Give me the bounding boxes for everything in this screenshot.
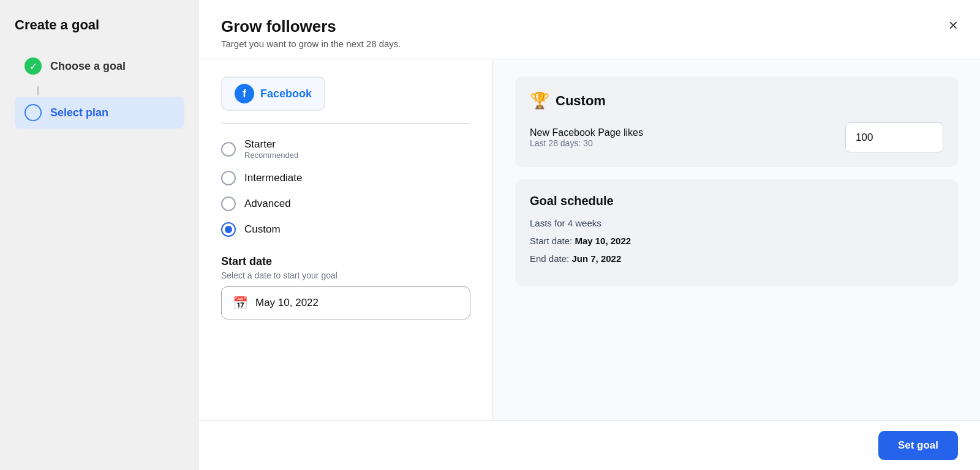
right-panel: 🏆 Custom New Facebook Page likes Last 28… xyxy=(493,59,980,420)
trophy-icon: 🏆 xyxy=(530,91,549,110)
end-date-value: Jun 7, 2022 xyxy=(571,253,621,264)
sidebar-item-label-choose-goal: Choose a goal xyxy=(50,60,126,73)
start-date-label-text: Start date: xyxy=(530,236,572,246)
page-title: Grow followers xyxy=(221,17,401,36)
sidebar-item-label-select-plan: Select plan xyxy=(50,106,108,119)
footer: Set goal xyxy=(199,420,980,470)
radio-circle-custom xyxy=(221,222,236,237)
start-date-sublabel: Select a date to start your goal xyxy=(221,270,470,280)
radio-label-advanced: Advanced xyxy=(244,198,291,210)
radio-item-intermediate[interactable]: Intermediate xyxy=(221,171,470,185)
date-value: May 10, 2022 xyxy=(255,297,318,309)
schedule-title: Goal schedule xyxy=(530,194,943,208)
radio-circle-advanced xyxy=(221,196,236,211)
radio-label-intermediate: Intermediate xyxy=(244,172,303,184)
custom-card: 🏆 Custom New Facebook Page likes Last 28… xyxy=(515,76,958,167)
sidebar-connector xyxy=(37,86,39,95)
facebook-button[interactable]: f Facebook xyxy=(221,76,325,111)
plan-radio-group: Starter Recommended Intermediate Advance… xyxy=(221,138,470,237)
radio-item-starter[interactable]: Starter Recommended xyxy=(221,138,470,160)
left-panel: f Facebook Starter Recommended In xyxy=(199,59,493,420)
check-icon: ✓ xyxy=(24,58,42,75)
number-input-field[interactable] xyxy=(846,124,943,151)
schedule-card: Goal schedule Lasts for 4 weeks Start da… xyxy=(515,179,958,286)
radio-circle-starter xyxy=(221,142,236,157)
radio-item-advanced[interactable]: Advanced xyxy=(221,196,470,211)
radio-item-custom[interactable]: Custom xyxy=(221,222,470,237)
sidebar-item-choose-goal[interactable]: ✓ Choose a goal xyxy=(15,50,184,82)
sidebar-item-select-plan[interactable]: Select plan xyxy=(15,97,184,129)
schedule-start: Start date: May 10, 2022 xyxy=(530,236,943,246)
radio-label-custom: Custom xyxy=(244,223,281,236)
header: Grow followers Target you want to grow i… xyxy=(199,0,980,59)
divider xyxy=(221,123,470,124)
content-area: f Facebook Starter Recommended In xyxy=(199,59,980,420)
custom-card-header: 🏆 Custom xyxy=(530,91,943,110)
sidebar-title: Create a goal xyxy=(15,17,184,33)
pending-icon xyxy=(24,104,42,121)
number-input[interactable]: ▲ ▼ xyxy=(845,122,943,152)
calendar-icon: 📅 xyxy=(233,296,248,310)
start-date-label: Start date xyxy=(221,255,470,268)
radio-circle-intermediate xyxy=(221,171,236,185)
end-date-label-text: End date: xyxy=(530,253,569,264)
header-subtitle: Target you want to grow in the next 28 d… xyxy=(221,39,401,49)
metric-info: New Facebook Page likes Last 28 days: 30 xyxy=(530,127,643,148)
radio-sublabel-starter: Recommended xyxy=(244,151,298,160)
radio-label-starter: Starter xyxy=(244,138,298,151)
close-button[interactable]: × xyxy=(949,17,958,33)
facebook-label: Facebook xyxy=(260,88,312,100)
metric-sub: Last 28 days: 30 xyxy=(530,138,643,148)
header-text: Grow followers Target you want to grow i… xyxy=(221,17,401,49)
metric-name: New Facebook Page likes xyxy=(530,127,643,138)
start-date-value: May 10, 2022 xyxy=(575,236,631,246)
custom-card-body: New Facebook Page likes Last 28 days: 30… xyxy=(530,122,943,152)
date-input[interactable]: 📅 May 10, 2022 xyxy=(221,286,470,319)
main-content: Grow followers Target you want to grow i… xyxy=(199,0,980,470)
set-goal-button[interactable]: Set goal xyxy=(878,431,958,460)
facebook-icon: f xyxy=(235,84,254,103)
sidebar: Create a goal ✓ Choose a goal Select pla… xyxy=(0,0,199,470)
schedule-end: End date: Jun 7, 2022 xyxy=(530,253,943,264)
schedule-duration: Lasts for 4 weeks xyxy=(530,218,943,228)
custom-card-title: Custom xyxy=(556,93,606,109)
